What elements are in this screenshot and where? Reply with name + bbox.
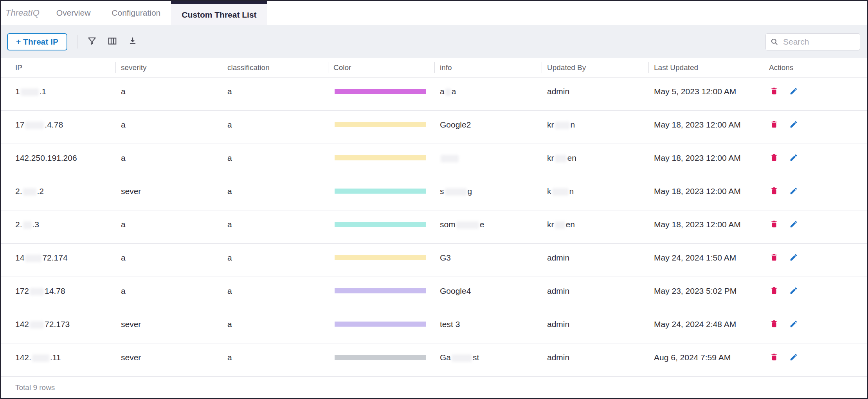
text-fragment: 142 bbox=[15, 320, 29, 329]
text-fragment: Google2 bbox=[440, 120, 471, 129]
cell-last-updated: Aug 6, 2024 7:59 AM bbox=[648, 343, 755, 376]
cell-actions bbox=[755, 277, 867, 310]
cell-actions bbox=[755, 210, 867, 243]
delete-button[interactable] bbox=[769, 186, 779, 196]
delete-button[interactable] bbox=[769, 352, 779, 362]
delete-button[interactable] bbox=[769, 286, 779, 296]
text-fragment: g bbox=[468, 187, 472, 196]
color-swatch bbox=[335, 155, 426, 160]
cell-actions bbox=[755, 343, 867, 376]
threatiq-app: ThreatIQ Overview Configuration Custom T… bbox=[0, 0, 868, 399]
text-fragment: kr bbox=[547, 153, 554, 162]
trash-icon bbox=[770, 153, 778, 162]
table-footer: Total 9 rows bbox=[1, 377, 867, 398]
color-swatch bbox=[335, 222, 426, 227]
pencil-icon bbox=[789, 353, 798, 361]
text-fragment: 72.173 bbox=[45, 320, 70, 329]
cell-classification: a bbox=[222, 343, 328, 376]
edit-button[interactable] bbox=[789, 86, 799, 96]
cell-severity: a bbox=[115, 210, 222, 243]
trash-icon bbox=[770, 353, 778, 361]
delete-button[interactable] bbox=[769, 153, 779, 163]
delete-button[interactable] bbox=[769, 252, 779, 262]
table-body: 1.1aaaaadminMay 5, 2023 12:00 AM17.4.78a… bbox=[1, 77, 867, 377]
columns-button[interactable] bbox=[105, 34, 120, 50]
cell-classification: a bbox=[222, 111, 328, 144]
cell-last-updated: May 18, 2023 12:00 AM bbox=[648, 177, 755, 210]
cell-updated-by: krn bbox=[542, 111, 648, 144]
threat-list-table: IPseverityclassificationColorinfoUpdated… bbox=[1, 58, 867, 398]
tab-custom-threat-list[interactable]: Custom Threat List bbox=[171, 1, 267, 25]
column-header-actions: Actions bbox=[755, 58, 867, 77]
cell-ip: 1.1 bbox=[1, 77, 115, 110]
filter-icon bbox=[87, 36, 97, 47]
edit-button[interactable] bbox=[789, 219, 799, 229]
text-fragment: en bbox=[567, 153, 576, 162]
filter-button[interactable] bbox=[85, 34, 99, 50]
redacted-blur bbox=[555, 122, 570, 129]
edit-button[interactable] bbox=[789, 153, 799, 163]
tab-overview[interactable]: Overview bbox=[46, 1, 101, 25]
column-header-classification: classification bbox=[222, 58, 328, 77]
tab-configuration[interactable]: Configuration bbox=[101, 1, 171, 25]
edit-button[interactable] bbox=[789, 252, 799, 262]
delete-button[interactable] bbox=[769, 86, 779, 96]
download-icon bbox=[128, 36, 138, 47]
delete-button[interactable] bbox=[769, 219, 779, 229]
search-box bbox=[765, 33, 860, 50]
redacted-blur bbox=[23, 221, 32, 229]
edit-button[interactable] bbox=[789, 319, 799, 329]
add-threat-ip-button[interactable]: + Threat IP bbox=[7, 33, 67, 50]
cell-updated-by: admin bbox=[542, 277, 648, 310]
color-swatch bbox=[335, 322, 426, 327]
table-row: 17214.78aaGoogle4adminMay 23, 2023 5:02 … bbox=[1, 277, 867, 310]
cell-severity: a bbox=[115, 144, 222, 177]
text-fragment: a bbox=[452, 87, 456, 96]
cell-color bbox=[328, 244, 434, 277]
edit-button[interactable] bbox=[789, 119, 799, 129]
delete-button[interactable] bbox=[769, 319, 779, 329]
brand-threatiq: ThreatIQ bbox=[1, 1, 46, 25]
cell-info: test 3 bbox=[434, 310, 542, 343]
delete-button[interactable] bbox=[769, 119, 779, 129]
trash-icon bbox=[770, 320, 778, 328]
cell-updated-by: admin bbox=[542, 343, 648, 376]
color-swatch bbox=[335, 122, 426, 127]
redacted-blur bbox=[555, 221, 565, 229]
cell-classification: a bbox=[222, 244, 328, 277]
color-swatch bbox=[335, 288, 426, 293]
text-fragment: 142. bbox=[15, 353, 31, 362]
cell-ip: 17214.78 bbox=[1, 277, 115, 310]
text-fragment: 2. bbox=[15, 220, 22, 229]
cell-color bbox=[328, 177, 434, 210]
cell-severity: sever bbox=[115, 177, 222, 210]
redacted-blur bbox=[25, 255, 41, 262]
text-fragment: 142.250.191.206 bbox=[15, 153, 77, 162]
text-fragment: s bbox=[440, 187, 444, 196]
pencil-icon bbox=[789, 320, 798, 328]
pencil-icon bbox=[789, 286, 798, 295]
toolbar: + Threat IP bbox=[1, 25, 867, 58]
text-fragment: 2. bbox=[15, 187, 22, 196]
redacted-blur bbox=[30, 288, 44, 295]
edit-button[interactable] bbox=[789, 352, 799, 362]
cell-classification: a bbox=[222, 277, 328, 310]
trash-icon bbox=[770, 286, 778, 295]
text-fragment: kr bbox=[547, 120, 554, 129]
search-input[interactable] bbox=[782, 37, 855, 47]
cell-last-updated: May 5, 2023 12:00 AM bbox=[648, 77, 755, 110]
download-button[interactable] bbox=[125, 34, 140, 50]
text-fragment: n bbox=[569, 187, 574, 196]
pencil-icon bbox=[789, 120, 798, 129]
text-fragment: 172 bbox=[15, 286, 29, 295]
cell-last-updated: May 18, 2023 12:00 AM bbox=[648, 144, 755, 177]
cell-actions bbox=[755, 310, 867, 343]
text-fragment: .1 bbox=[40, 87, 47, 96]
cell-info bbox=[434, 144, 542, 177]
column-header-info: info bbox=[434, 58, 542, 77]
redacted-blur bbox=[555, 155, 567, 162]
edit-button[interactable] bbox=[789, 286, 799, 296]
edit-button[interactable] bbox=[789, 186, 799, 196]
text-fragment: 17 bbox=[15, 120, 24, 129]
table-row: 142..11severaGastadminAug 6, 2024 7:59 A… bbox=[1, 343, 867, 377]
